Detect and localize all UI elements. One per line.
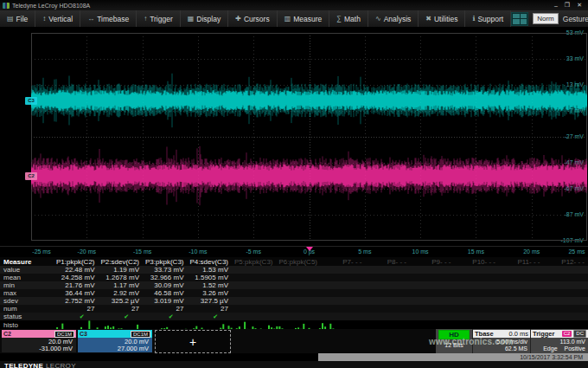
measure-min-p2: 1.17 mV [99,281,144,289]
measure-num-p2: 27 [99,305,144,313]
measure-min-p1: 21.76 mV [54,281,99,289]
t-axis-label: 15 ms [468,249,484,255]
measure-value-p3: 33.73 mV [143,266,188,274]
measure-mean-p4: 1.5905 mV [188,274,233,281]
trigger-icon: ↑ [144,15,147,23]
menu-math-label: Math [344,15,361,23]
trigger-coupling-badge: DC [573,330,586,338]
brand-lecroy: LECROY [46,362,76,368]
measure-header-p11[interactable]: P11- - - [499,258,544,266]
t-axis-label: 20 ms [523,249,540,255]
measure-value-p4: 1.53 mV [188,266,233,274]
menu-utilities[interactable]: ✖Utilities [419,10,465,27]
maximize-button[interactable]: ❐ [565,2,570,9]
menu-trigger[interactable]: ↑Trigger [137,10,181,27]
trigger-descriptor[interactable]: Trigger C2 DC 113.0 mV Edge Positive [530,329,588,353]
measure-sdev-p1: 2.752 mV [54,297,99,305]
measure-max-p2: 2.92 mV [99,289,144,297]
trace-tag-c2[interactable]: C2 [25,172,37,180]
timebase-delay: 0.0 ms [508,330,528,338]
measure-row-label: status [0,313,54,320]
measure-header-p9[interactable]: P9- - - [410,258,455,266]
channel-descriptor-c2[interactable]: C2 DC1M 20.0 mV -31.000 mV [2,330,76,352]
t-axis-label: -15 ms [133,249,151,255]
measure-mean-p3: 32.966 mV [143,274,188,281]
measure-sdev-p4: 327.5 µV [188,297,233,305]
t-axis-label: -20 ms [78,249,96,255]
measure-max-p4: 3.26 mV [188,289,233,297]
c3-label: C3 [80,331,87,337]
menu-measure[interactable]: ▥Measure [278,10,330,27]
app-icon [3,3,10,9]
measure-header-p10[interactable]: P10- - - [455,258,500,266]
menu-file-label: File [16,15,29,23]
t-axis-label: -5 ms [246,249,261,255]
measure-header-p4[interactable]: P4:sdev(C3) [188,258,233,266]
menu-cursors-label: Cursors [244,15,270,23]
measure-table-title: Measure [0,258,54,266]
math-icon: ∑ [336,15,342,23]
display-icon: ▦ [188,15,195,23]
menu-display-label: Display [196,15,220,23]
menu-vertical-label: Vertical [48,15,73,23]
add-channel-button[interactable]: + [155,330,231,353]
measure-status-p1: ✔ [54,313,99,320]
measure-min-p3: 30.09 mV [143,281,188,289]
measure-status-p2: ✔ [99,313,144,320]
menu-file[interactable]: ▤File [0,10,35,27]
menu-trigger-label: Trigger [150,15,173,23]
support-icon: ℹ [472,15,475,23]
oscilloscope-app: Teledyne LeCroy HDO8108A – ❐ ✕ ▤File↕Ver… [0,0,588,368]
measure-header-p8[interactable]: P8- - - [366,258,411,266]
measure-header-p6[interactable]: P6:pkpk(C5) [277,258,322,266]
analysis-icon: ∿ [375,15,381,23]
menu-timebase[interactable]: ↔Timebase [80,10,137,27]
measure-mean-p2: 1.2678 mV [99,274,144,281]
measure-row-label: sdev [0,297,54,305]
minimize-button[interactable]: – [554,3,558,9]
gesture-label[interactable]: Gesture [563,15,588,23]
channel-descriptor-c3[interactable]: C3 DC1M 20.0 mV 27.000 mV [78,330,152,352]
measure-header-p3[interactable]: P3:pkpk(C3) [143,258,188,266]
grid-layout-button[interactable] [511,12,528,26]
measure-max-p1: 36.44 mV [54,289,99,297]
trace-tag-c3[interactable]: C3 [25,97,37,105]
measure-header-p5[interactable]: P5:pkpk(C3) [232,258,277,266]
window-title: Teledyne LeCroy HDO8108A [12,3,90,9]
trigger-mode-norm-button[interactable]: Norm [533,13,559,24]
menu-vertical[interactable]: ↕Vertical [35,10,80,27]
menu-bar: ▤File↕Vertical↔Timebase↑Trigger▦Display✚… [0,10,588,28]
timebase-descriptor[interactable]: Tbase 0.0 ms 5.00 ms/div 62.5 MS 1.25 GS… [472,329,530,353]
measure-mean-p1: 24.258 mV [54,274,99,281]
menu-analysis[interactable]: ∿Analysis [368,10,419,27]
title-bar: Teledyne LeCroy HDO8108A – ❐ ✕ [0,0,588,10]
measure-row-label: mean [0,274,54,281]
menu-math[interactable]: ∑Math [329,10,368,27]
measure-header-p1[interactable]: P1:pkpk(C2) [54,258,99,266]
menu-cursors[interactable]: ✚Cursors [228,10,277,27]
t-axis-label: 25 ms [568,249,585,255]
trigger-source-badge: C2 [562,331,572,337]
measure-min-p4: 1.52 mV [188,281,233,289]
measure-row-label: histo [3,321,18,329]
cursors-icon: ✚ [235,15,241,23]
measure-row-label: max [0,289,54,297]
acquisition-descriptor[interactable]: HD 12 Bits [436,329,472,353]
menu-display[interactable]: ▦Display [181,10,228,27]
c2-offset: -31.000 mV [2,345,73,352]
measure-value-p1: 22.48 mV [54,266,99,274]
t-axis-label: 10 ms [412,249,429,255]
measure-header-p2[interactable]: P2:sdev(C2) [99,258,144,266]
timebase-samples: 62.5 MS [505,345,527,352]
hd-mode-badge: HD [438,330,470,339]
close-button[interactable]: ✕ [577,2,582,9]
c2-coupling-badge: DC1M [54,331,74,338]
utilities-icon: ✖ [425,15,431,23]
brand-teledyne: TELEDYNE [4,362,43,368]
menu-support[interactable]: ℹSupport [465,10,511,27]
measure-header-p7[interactable]: P7- - - [321,258,366,266]
c3-offset: 27.000 mV [78,345,149,352]
t-axis-label: -10 ms [189,249,207,255]
waveform-display[interactable]: 53 mV33 mV13 mV-7 mV-27 mV-47 mV-67 mV-8… [0,28,588,246]
measure-header-p12[interactable]: P12- - - [544,258,588,266]
